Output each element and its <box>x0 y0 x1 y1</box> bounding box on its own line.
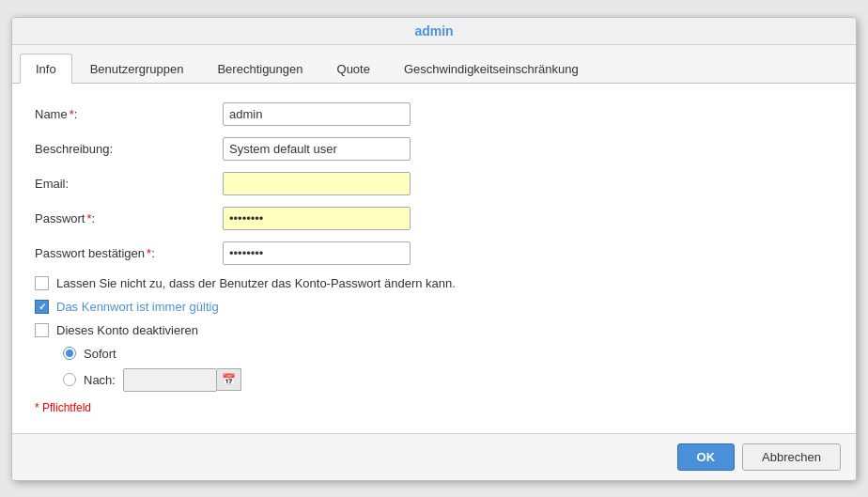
tab-benutzergruppen[interactable]: Benutzergruppen <box>74 54 200 84</box>
radio-sofort[interactable] <box>63 347 76 360</box>
confirm-password-input[interactable] <box>223 241 411 265</box>
checkbox-prevent-change-row: Lassen Sie nicht zu, dass der Benutzer d… <box>35 276 833 290</box>
tab-quote[interactable]: Quote <box>321 54 386 84</box>
name-label: Name*: <box>35 107 223 121</box>
confirm-password-row: Passwort bestätigen*: <box>35 241 833 265</box>
email-input[interactable] <box>223 172 411 195</box>
radio-nach-row: Nach: 📅 <box>63 368 833 392</box>
description-input[interactable] <box>223 137 411 161</box>
password-input[interactable] <box>223 207 411 230</box>
calendar-icon: 📅 <box>222 373 236 386</box>
tab-content-info: Name*: Beschreibung: Email: Passwort*: <box>12 83 856 433</box>
tab-berechtigungen[interactable]: Berechtigungen <box>201 54 318 84</box>
checkbox-prevent-change-label: Lassen Sie nicht zu, dass der Benutzer d… <box>56 276 456 290</box>
radio-sofort-row: Sofort <box>63 347 833 361</box>
date-input-wrapper: 📅 <box>123 368 241 392</box>
radio-nach-label: Nach: <box>84 373 116 387</box>
email-label: Email: <box>35 177 223 191</box>
checkbox-password-always-valid-row: Das Kennwort ist immer gültig <box>35 300 833 314</box>
checkbox-password-always-valid-label: Das Kennwort ist immer gültig <box>56 300 219 314</box>
description-label: Beschreibung: <box>35 142 223 156</box>
ok-button[interactable]: OK <box>677 443 736 471</box>
tab-geschwindigkeit[interactable]: Geschwindigkeitseinschränkung <box>388 54 595 84</box>
title-text: admin <box>414 23 453 39</box>
date-input[interactable] <box>123 368 217 392</box>
checkbox-deactivate-account-label: Dieses Konto deaktivieren <box>56 323 198 337</box>
email-row: Email: <box>35 172 833 195</box>
confirm-password-label: Passwort bestätigen*: <box>35 246 223 260</box>
cancel-button[interactable]: Abbrechen <box>742 443 841 471</box>
radio-sofort-label: Sofort <box>84 347 116 361</box>
dialog-footer: OK Abbrechen <box>12 433 856 480</box>
required-note: * Pflichtfeld <box>35 401 833 414</box>
checkbox-prevent-change[interactable] <box>35 276 49 290</box>
dialog: admin Info Benutzergruppen Berechtigunge… <box>11 17 857 481</box>
dialog-title: admin <box>12 18 856 45</box>
checkbox-deactivate-account[interactable] <box>35 323 49 337</box>
checkbox-deactivate-account-row: Dieses Konto deaktivieren <box>35 323 833 337</box>
radio-section: Sofort Nach: 📅 <box>63 347 833 392</box>
radio-nach[interactable] <box>63 373 76 386</box>
description-row: Beschreibung: <box>35 137 833 161</box>
password-label: Passwort*: <box>35 211 223 225</box>
password-row: Passwort*: <box>35 207 833 230</box>
name-input[interactable] <box>223 102 411 126</box>
calendar-button[interactable]: 📅 <box>217 368 241 391</box>
tab-info[interactable]: Info <box>20 54 72 84</box>
checkbox-password-always-valid[interactable] <box>35 300 49 314</box>
tabs-bar: Info Benutzergruppen Berechtigungen Quot… <box>12 45 856 84</box>
name-row: Name*: <box>35 102 833 126</box>
